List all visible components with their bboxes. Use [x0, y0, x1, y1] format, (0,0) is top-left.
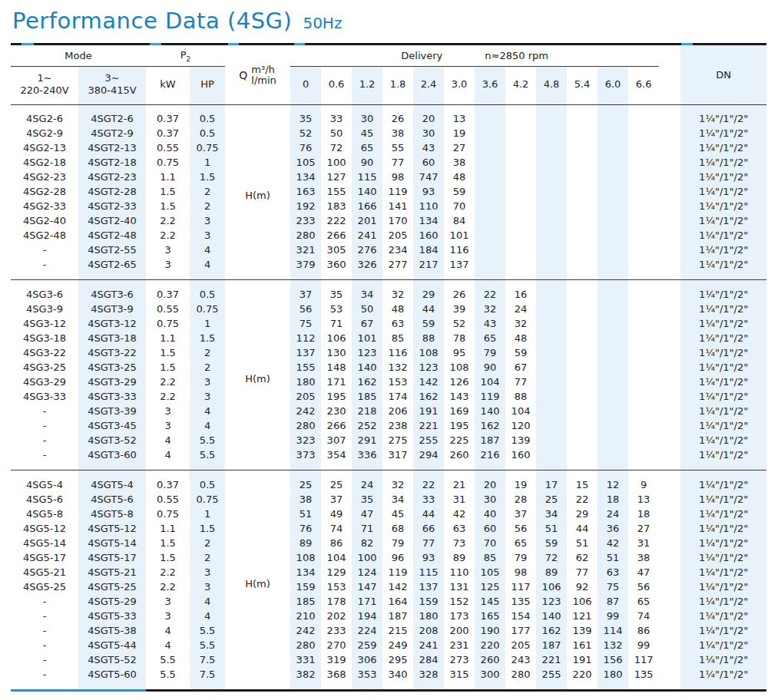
delivery-value — [536, 228, 567, 243]
header-flow-unit-lmin: l/min — [251, 75, 276, 86]
model-single-phase: 4SG5-8 — [11, 507, 78, 521]
delivery-value: 110 — [413, 199, 444, 213]
delivery-value — [567, 257, 598, 280]
delivery-value — [536, 213, 567, 228]
delivery-value: 178 — [321, 594, 352, 609]
delivery-value: 171 — [321, 375, 352, 389]
delivery-value: 171 — [352, 594, 382, 609]
delivery-value — [475, 155, 505, 170]
delivery-value: 106 — [536, 579, 567, 594]
delivery-value: 137 — [444, 257, 475, 280]
head-unit-label: H(m) — [225, 280, 290, 471]
delivery-value: 42 — [444, 507, 475, 521]
delivery-value: 22 — [413, 471, 444, 493]
model-single-phase: - — [11, 433, 78, 447]
delivery-value: 86 — [628, 623, 659, 638]
power-hp: 5.5 — [190, 638, 225, 652]
delivery-value — [567, 228, 598, 243]
delivery-value: 208 — [413, 623, 444, 638]
header-flow-col: 1.220 — [352, 67, 382, 105]
delivery-value: 30 — [475, 492, 505, 507]
table-row: 4SG5-84SGT5-80.7515149474544424037342924… — [11, 507, 766, 521]
delivery-value — [567, 126, 598, 140]
model-single-phase: 4SG5-14 — [11, 536, 78, 550]
power-hp: 2 — [190, 360, 225, 375]
gap-cell — [659, 389, 680, 404]
delivery-value — [598, 199, 628, 213]
model-three-phase: 4SGT3-33 — [78, 389, 146, 404]
table-row: 4SG5-144SGT5-141.52898682797773706559514… — [11, 536, 766, 550]
power-kw: 3 — [146, 418, 190, 433]
header-p2: P2 — [146, 45, 225, 67]
model-single-phase: 4SG2-40 — [11, 213, 78, 228]
delivery-value: 183 — [321, 199, 352, 213]
delivery-value: 184 — [413, 243, 444, 257]
delivery-value: 225 — [444, 433, 475, 447]
delivery-value: 63 — [382, 316, 413, 331]
delivery-value: 82 — [352, 536, 382, 550]
dn-value: 1¼"/1"/2" — [680, 521, 766, 536]
delivery-value: 140 — [536, 609, 567, 623]
delivery-value: 50 — [321, 126, 352, 140]
delivery-value: 93 — [413, 184, 444, 199]
dn-value: 1¼"/1"/2" — [680, 471, 766, 493]
delivery-value: 106 — [567, 594, 598, 609]
gap-cell — [659, 316, 680, 331]
delivery-value: 277 — [382, 257, 413, 280]
datasheet-page: Performance Data (4SG) 50Hz Mode P2 Q m³… — [0, 8, 768, 700]
model-three-phase: 4SGT2-13 — [78, 140, 146, 155]
table-row: -4SGT3-5245.53233072912752552251871391¼"… — [11, 433, 766, 447]
delivery-value: 127 — [321, 170, 352, 184]
delivery-value — [567, 316, 598, 331]
delivery-value: 27 — [444, 140, 475, 155]
dn-value: 1¼"/1"/2" — [680, 565, 766, 579]
dn-value: 1¼"/1"/2" — [680, 316, 766, 331]
delivery-value: 45 — [352, 126, 382, 140]
model-single-phase: 4SG3-29 — [11, 375, 78, 389]
delivery-value: 260 — [475, 652, 505, 667]
delivery-value: 328 — [413, 667, 444, 689]
delivery-value: 353 — [352, 667, 382, 689]
delivery-value: 79 — [382, 536, 413, 550]
delivery-value: 67 — [505, 360, 536, 375]
delivery-value: 108 — [413, 345, 444, 360]
delivery-value: 224 — [352, 623, 382, 638]
delivery-value: 56 — [290, 302, 321, 316]
delivery-value — [536, 404, 567, 418]
delivery-value — [505, 213, 536, 228]
delivery-value — [628, 331, 659, 345]
power-hp: 0.75 — [190, 140, 225, 155]
gap-cell — [659, 199, 680, 213]
delivery-value: 116 — [444, 243, 475, 257]
delivery-value — [536, 447, 567, 471]
header-flow: Q m³/h l/min — [225, 45, 290, 105]
delivery-value: 152 — [444, 594, 475, 609]
model-single-phase: 4SG5-4 — [11, 471, 78, 493]
delivery-value: 123 — [413, 360, 444, 375]
table-row: 4SG3-254SGT3-251.52155148140132123108906… — [11, 360, 766, 375]
dn-value: 1¼"/1"/2" — [680, 243, 766, 257]
power-kw: 2.2 — [146, 565, 190, 579]
delivery-value: 114 — [598, 623, 628, 638]
delivery-value: 87 — [598, 594, 628, 609]
power-kw: 1.5 — [146, 360, 190, 375]
delivery-value: 16 — [505, 280, 536, 302]
power-kw: 4 — [146, 447, 190, 471]
delivery-value — [628, 418, 659, 433]
delivery-value — [567, 140, 598, 155]
header-hp: HP — [190, 67, 225, 105]
power-kw: 1.5 — [146, 199, 190, 213]
delivery-value: 201 — [352, 213, 382, 228]
delivery-value: 162 — [536, 623, 567, 638]
model-single-phase: 4SG3-18 — [11, 331, 78, 345]
header-mode-1ph-phase: 1~ — [37, 72, 51, 84]
gap-cell — [659, 257, 680, 280]
delivery-value: 32 — [382, 280, 413, 302]
model-single-phase: 4SG3-33 — [11, 389, 78, 404]
table-row: 4SG2-184SGT2-180.751105100907760381¼"/1"… — [11, 155, 766, 170]
delivery-value: 74 — [628, 609, 659, 623]
gap-cell — [659, 594, 680, 609]
delivery-value: 101 — [352, 331, 382, 345]
delivery-value — [536, 243, 567, 257]
model-single-phase: - — [11, 404, 78, 418]
